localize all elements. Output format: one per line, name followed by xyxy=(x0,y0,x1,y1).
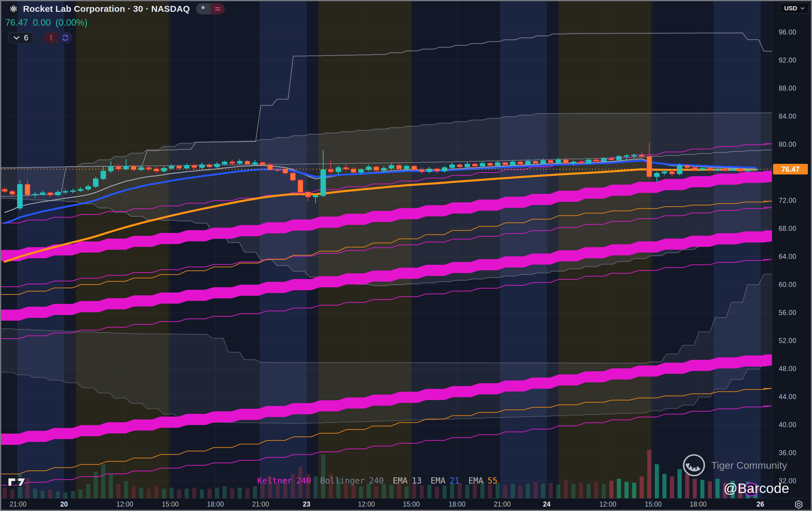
price-axis-label: 44.00 xyxy=(779,393,796,401)
legend-value: 240 xyxy=(296,476,311,486)
time-axis-label: 18:00 xyxy=(690,500,707,508)
time-axis-label: 12:00 xyxy=(358,500,375,508)
time-axis-label: 18:00 xyxy=(448,500,466,508)
user-signature: @Barcode xyxy=(724,480,789,496)
tiger-community-logo-icon xyxy=(682,453,706,477)
price-axis-label: 96.00 xyxy=(779,28,796,36)
tradingview-logo[interactable] xyxy=(7,476,27,489)
price-axis-label: 48.00 xyxy=(779,365,796,373)
legend-value: 55 xyxy=(488,476,497,486)
time-axis-label: 15:00 xyxy=(403,500,420,508)
trading-app-window: 96.0092.0088.0084.0080.0072.0068.0064.00… xyxy=(0,0,812,511)
chevron-down-icon xyxy=(800,7,805,10)
time-axis-label: 18:00 xyxy=(207,500,224,508)
time-axis-label: 21:00 xyxy=(252,500,269,508)
price-axis-label: 60.00 xyxy=(779,281,796,289)
price-axis[interactable]: 96.0092.0088.0084.0080.0072.0068.0064.00… xyxy=(772,1,812,498)
price-chart xyxy=(1,1,772,498)
legend-value: 21 xyxy=(450,476,460,486)
legend-item-ema-55[interactable]: EMA55 xyxy=(468,476,497,486)
time-axis-label: 24 xyxy=(543,500,551,508)
gear-icon[interactable] xyxy=(794,500,804,511)
refresh-icon[interactable] xyxy=(58,32,72,44)
time-axis[interactable]: 21:002012:0015:0018:0021:002312:0015:001… xyxy=(1,498,811,510)
chevron-down-icon xyxy=(13,36,20,40)
legend-label: EMA xyxy=(393,476,408,486)
time-axis-label: 20 xyxy=(60,500,68,508)
last-price: 76.47 xyxy=(5,18,28,28)
price-axis-label: 64.00 xyxy=(779,253,796,261)
time-axis-label: 26 xyxy=(757,500,764,508)
current-price-label: 76.47 xyxy=(773,164,808,174)
legend-value: 13 xyxy=(412,476,422,486)
currency-label: USD xyxy=(784,5,797,12)
header-pill-buttons[interactable]: * ≈ xyxy=(196,3,225,15)
star-icon[interactable]: * xyxy=(196,3,210,15)
time-axis-label: 23 xyxy=(303,500,310,508)
price-axis-label: 52.00 xyxy=(779,337,796,345)
time-axis-label: 12:00 xyxy=(599,500,616,508)
chart-header: Rocket Lab Corporation · 30 · NASDAQ * ≈… xyxy=(8,2,225,44)
legend-item-ema-21[interactable]: EMA21 xyxy=(431,476,459,486)
legend-item-keltner-240[interactable]: Keltner240 xyxy=(257,476,311,486)
time-axis-label: 15:00 xyxy=(162,500,179,508)
wave-icon[interactable]: ≈ xyxy=(210,3,225,15)
price-axis-label: 68.00 xyxy=(779,225,796,233)
interval-dropdown-button[interactable]: 6 xyxy=(8,32,33,44)
legend-label: Keltner xyxy=(257,476,292,486)
alert-refresh-pill[interactable]: ! xyxy=(44,32,72,44)
price-change: 0.00 xyxy=(33,18,51,28)
refresh-arrows-icon xyxy=(61,34,69,41)
price-axis-label: 88.00 xyxy=(779,84,796,92)
indicator-legend: Keltner240Bollinger240EMA13EMA21EMA55 xyxy=(257,476,497,486)
chart-canvas[interactable] xyxy=(1,1,772,498)
legend-label: Bollinger xyxy=(320,476,365,486)
price-axis-label: 40.00 xyxy=(779,421,796,429)
atom-icon xyxy=(9,4,18,13)
price-axis-label: 72.00 xyxy=(779,197,796,205)
price-axis-label: 56.00 xyxy=(779,309,796,317)
currency-selector[interactable]: USD xyxy=(779,3,809,13)
legend-item-bollinger-240[interactable]: Bollinger240 xyxy=(320,476,384,486)
tiger-community-watermark: Tiger Community xyxy=(682,453,787,477)
legend-label: EMA xyxy=(468,476,483,486)
time-axis-label: 15:00 xyxy=(645,500,662,508)
time-axis-label: 21:00 xyxy=(494,500,511,508)
time-axis-label: 21:00 xyxy=(9,500,27,508)
interval-dropdown-value: 6 xyxy=(24,33,28,42)
price-axis-label: 84.00 xyxy=(779,112,796,120)
legend-value: 240 xyxy=(369,476,384,486)
time-axis-label: 12:00 xyxy=(116,500,134,508)
price-axis-label: 92.00 xyxy=(779,56,796,64)
symbol-logo[interactable] xyxy=(8,4,19,14)
price-change-row: 76.47 0.00 (0.00%) xyxy=(5,18,225,28)
symbol-title[interactable]: Rocket Lab Corporation · 30 · NASDAQ xyxy=(23,4,190,14)
tiger-community-label: Tiger Community xyxy=(711,460,787,471)
legend-item-ema-13[interactable]: EMA13 xyxy=(393,476,422,486)
alert-icon[interactable]: ! xyxy=(44,32,58,44)
price-change-pct: (0.00%) xyxy=(55,18,88,28)
legend-label: EMA xyxy=(431,476,445,486)
price-axis-label: 80.00 xyxy=(779,141,796,148)
